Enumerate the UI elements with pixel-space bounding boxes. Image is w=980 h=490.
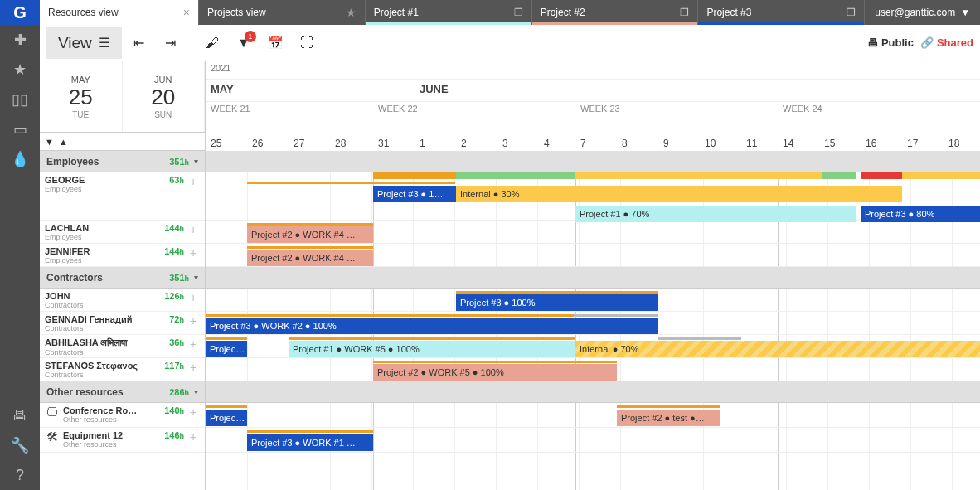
- group-row[interactable]: Contractors351h▾: [40, 267, 205, 289]
- filter-icon[interactable]: ▼1: [230, 29, 258, 57]
- tab-3[interactable]: Project #2❐: [532, 0, 699, 25]
- resource-group: Contractors: [45, 348, 169, 357]
- task-bar[interactable]: Project #3 ● 80%: [861, 206, 980, 222]
- date-start[interactable]: MAY 25 TUE: [40, 61, 123, 132]
- inbox-icon[interactable]: ▭: [0, 114, 40, 144]
- indent-left-icon[interactable]: ⇤: [125, 29, 153, 57]
- tab-4[interactable]: Project #3❐: [698, 0, 865, 25]
- task-bar[interactable]: Projec…: [206, 341, 247, 357]
- day-header: 1: [420, 138, 425, 149]
- task-bar[interactable]: Project #3 ● WORK #2 ● 100%: [206, 318, 658, 334]
- task-bar[interactable]: Internal ● 70%: [575, 341, 980, 357]
- copy-icon[interactable]: ❐: [507, 7, 523, 18]
- indent-right-icon[interactable]: ⇥: [157, 29, 185, 57]
- add-icon[interactable]: ✚: [0, 25, 40, 55]
- print-icon[interactable]: 🖶: [0, 400, 40, 430]
- add-task-icon[interactable]: +: [187, 175, 200, 188]
- separator-bar: [206, 337, 247, 340]
- resource-hours: 144h: [164, 223, 184, 233]
- sort-asc-icon[interactable]: ▼: [45, 137, 54, 147]
- tab-2[interactable]: Project #1❐: [366, 0, 532, 25]
- add-task-icon[interactable]: +: [187, 405, 200, 419]
- tab-color-bar: [698, 22, 864, 25]
- day-header: 9: [663, 138, 669, 149]
- separator-bar: [456, 291, 658, 294]
- task-bar[interactable]: Project #1 ● 70%: [575, 206, 856, 222]
- sort-desc-icon[interactable]: ▲: [59, 137, 68, 147]
- public-toggle[interactable]: 🖶 Public: [867, 36, 914, 49]
- group-row[interactable]: Employees351h▾: [40, 151, 205, 172]
- group-name: Employees: [46, 156, 99, 167]
- day-header: 17: [907, 138, 918, 149]
- add-task-icon[interactable]: +: [187, 361, 200, 374]
- calendar-add-icon[interactable]: 📅: [261, 29, 289, 57]
- chart-icon[interactable]: ▯▯: [0, 85, 40, 114]
- resource-row[interactable]: GEORGEEmployees63h+: [40, 172, 205, 221]
- wrench-icon[interactable]: 🔧: [0, 430, 40, 460]
- add-task-icon[interactable]: +: [187, 291, 200, 304]
- user-menu[interactable]: user@ganttic.com▼: [865, 0, 980, 25]
- separator-bar: [373, 361, 617, 363]
- task-bar[interactable]: Project #2 ● WORK #5 ● 100%: [373, 364, 617, 381]
- resource-row[interactable]: JOHNContractors126h+: [40, 289, 205, 312]
- resource-row[interactable]: 🛠Equipment 12Other resources146h+: [40, 428, 205, 453]
- task-bar[interactable]: Project #1 ● WORK #5 ● 100%: [289, 341, 575, 357]
- star-icon[interactable]: ★: [0, 55, 40, 85]
- close-icon[interactable]: ×: [177, 6, 190, 19]
- resource-row[interactable]: 🖵Conference Ro…Other resources140h+: [40, 403, 205, 428]
- hamburger-icon: ☰: [99, 35, 110, 51]
- copy-icon[interactable]: ❐: [840, 7, 856, 18]
- day-header: 3: [502, 138, 508, 149]
- resource-name: GENNADI Геннадий: [45, 314, 169, 324]
- task-bar[interactable]: Internal ● 30%: [456, 186, 902, 202]
- tab-label: Projects view: [207, 7, 266, 18]
- star-icon[interactable]: ★: [339, 6, 357, 19]
- group-hours: 286h: [169, 387, 189, 397]
- paint-icon[interactable]: 🖌: [198, 29, 226, 57]
- day-header: 11: [746, 138, 757, 149]
- task-bar[interactable]: Projec…: [206, 410, 247, 426]
- load-indicator: [456, 172, 575, 179]
- tab-0[interactable]: Resources view×: [40, 0, 199, 25]
- logo[interactable]: G: [0, 0, 40, 25]
- date-end[interactable]: JUN 20 SUN: [123, 61, 206, 132]
- tab-1[interactable]: Projects view★: [199, 0, 366, 25]
- chevron-down-icon: ▾: [194, 387, 198, 396]
- resource-name: ABHILASHA अभिलाषा: [45, 337, 169, 348]
- resource-group: Contractors: [45, 324, 169, 332]
- separator-bar: [617, 405, 720, 408]
- copy-icon[interactable]: ❐: [673, 7, 689, 18]
- task-bar[interactable]: Project #3 ● 100%: [456, 294, 658, 311]
- resource-row[interactable]: STEFANOS ΣτεφανοςContractors117h+: [40, 358, 205, 381]
- task-bar[interactable]: Project #2 ● test ●…: [617, 410, 720, 426]
- week-header: WEEK 22: [378, 104, 418, 114]
- resource-name: GEORGE: [45, 175, 169, 185]
- add-task-icon[interactable]: +: [187, 246, 200, 260]
- resource-row[interactable]: ABHILASHA अभिलाषाContractors36h+: [40, 335, 205, 358]
- task-bar[interactable]: Project #2 ● WORK #4 …: [247, 250, 373, 266]
- drop-icon[interactable]: 💧: [0, 144, 40, 174]
- week-header: WEEK 24: [783, 104, 822, 114]
- shared-toggle[interactable]: 🔗 Shared: [920, 36, 973, 49]
- timeline-header: 2021 MAYJUNE WEEK 21WEEK 22WEEK 23WEEK 2…: [206, 61, 980, 151]
- resource-row[interactable]: LACHLANEmployees144h+: [40, 221, 205, 244]
- day-header: 25: [211, 138, 221, 149]
- day-header: 4: [544, 138, 550, 149]
- fullscreen-icon[interactable]: ⛶: [293, 29, 321, 57]
- add-task-icon[interactable]: +: [187, 430, 200, 444]
- task-bar[interactable]: Project #2 ● WORK #4 …: [247, 226, 373, 243]
- view-menu-button[interactable]: View ☰: [46, 27, 122, 59]
- timeline-body[interactable]: Project #3 ● 1…Internal ● 30%Project #1 …: [206, 151, 980, 490]
- resource-row[interactable]: GENNADI ГеннадийContractors72h+: [40, 312, 205, 335]
- resource-group: Other resources: [63, 440, 164, 449]
- resource-row[interactable]: JENNIFEREmployees144h+: [40, 244, 205, 267]
- timeline[interactable]: 2021 MAYJUNE WEEK 21WEEK 22WEEK 23WEEK 2…: [206, 61, 980, 490]
- resource-hours: 144h: [164, 246, 184, 256]
- help-icon[interactable]: ?: [0, 460, 40, 490]
- group-row[interactable]: Other resources286h▾: [40, 381, 205, 403]
- add-task-icon[interactable]: +: [187, 314, 200, 327]
- screen-icon: 🖵: [45, 405, 60, 419]
- add-task-icon[interactable]: +: [187, 223, 200, 236]
- task-bar[interactable]: Project #3 ● WORK #1 …: [247, 434, 373, 451]
- add-task-icon[interactable]: +: [187, 337, 200, 351]
